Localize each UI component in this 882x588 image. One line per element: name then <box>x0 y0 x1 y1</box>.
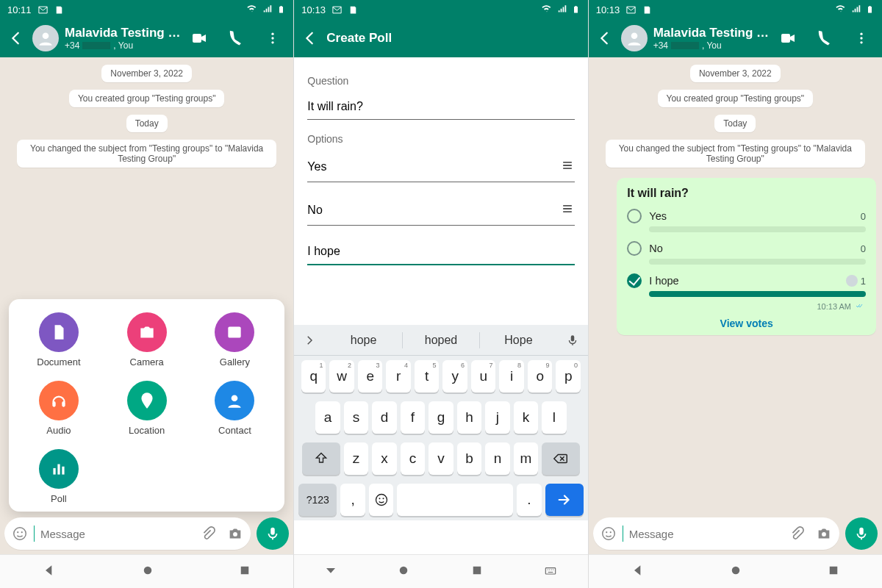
message-input[interactable] <box>629 528 782 540</box>
key-r[interactable]: r4 <box>386 360 411 392</box>
key-p[interactable]: p0 <box>556 360 581 392</box>
comma-key[interactable]: , <box>340 484 365 516</box>
nav-back[interactable] <box>631 563 645 581</box>
mic-button[interactable] <box>257 517 289 550</box>
option-field-1[interactable] <box>307 196 574 226</box>
key-a[interactable]: a <box>315 401 340 434</box>
key-s[interactable]: s <box>344 401 369 434</box>
emoji-icon[interactable] <box>600 526 617 542</box>
expand-suggestions[interactable] <box>294 334 325 347</box>
attach-contact[interactable]: Contact <box>191 381 279 436</box>
drag-handle-icon[interactable] <box>560 158 575 176</box>
poll-radio[interactable] <box>627 241 642 256</box>
option-input[interactable] <box>307 245 574 258</box>
attach-location[interactable]: Location <box>103 381 191 436</box>
back-button[interactable] <box>6 28 26 49</box>
save-icon <box>348 5 358 15</box>
more-button[interactable] <box>262 28 283 49</box>
option-input[interactable] <box>307 160 559 173</box>
key-f[interactable]: f <box>401 401 426 434</box>
option-input[interactable] <box>307 204 559 217</box>
suggestion-2[interactable]: hoped <box>403 334 479 347</box>
message-field[interactable] <box>4 517 251 550</box>
poll-option-1[interactable]: No 0 <box>627 241 866 256</box>
poll-option-0[interactable]: Yes 0 <box>627 209 866 223</box>
key-c[interactable]: c <box>401 442 426 475</box>
more-button[interactable] <box>851 28 872 49</box>
nav-recent[interactable] <box>470 564 484 580</box>
key-u[interactable]: u7 <box>471 360 496 392</box>
attach-gallery[interactable]: Gallery <box>191 312 279 368</box>
backspace-key[interactable] <box>542 442 580 475</box>
key-m[interactable]: m <box>514 442 539 475</box>
emoji-key[interactable] <box>369 484 394 516</box>
key-o[interactable]: o9 <box>528 360 553 392</box>
back-button[interactable] <box>595 28 615 49</box>
key-g[interactable]: g <box>429 401 453 434</box>
question-field[interactable] <box>307 94 574 120</box>
key-y[interactable]: y6 <box>442 360 467 392</box>
enter-key[interactable] <box>545 484 584 516</box>
appbar-titles[interactable]: Malavida Testing Group +34, You <box>65 26 183 51</box>
voice-call-button[interactable] <box>814 28 835 49</box>
appbar-titles[interactable]: Malavida Testing Group +34, You <box>653 26 772 51</box>
nav-home[interactable] <box>397 564 410 580</box>
message-field[interactable] <box>593 517 839 550</box>
poll-radio[interactable] <box>627 209 642 223</box>
poll-radio[interactable] <box>627 273 642 288</box>
question-input[interactable] <box>307 100 574 113</box>
shift-key[interactable] <box>302 442 340 475</box>
view-votes-button[interactable]: View votes <box>627 318 866 329</box>
key-j[interactable]: j <box>485 401 510 434</box>
key-z[interactable]: z <box>344 442 369 475</box>
emoji-icon[interactable] <box>12 526 28 542</box>
option-field-0[interactable] <box>307 152 574 182</box>
nav-recent[interactable] <box>827 564 840 580</box>
nav-back-down[interactable] <box>324 564 337 580</box>
key-d[interactable]: d <box>372 401 397 434</box>
group-avatar[interactable] <box>32 25 59 51</box>
poll-option-2[interactable]: I hope 1 <box>627 273 866 288</box>
key-b[interactable]: b <box>457 442 482 475</box>
nav-back[interactable] <box>42 563 57 581</box>
camera-icon[interactable] <box>227 526 243 542</box>
period-key[interactable]: . <box>517 484 542 516</box>
key-w[interactable]: w2 <box>329 360 354 392</box>
voice-input-icon[interactable] <box>557 334 588 347</box>
suggestion-1[interactable]: hope <box>325 334 401 347</box>
key-l[interactable]: l <box>542 401 567 434</box>
back-button[interactable] <box>300 28 320 49</box>
suggestion-3[interactable]: Hope <box>480 334 556 347</box>
attach-audio[interactable]: Audio <box>15 381 103 436</box>
attach-camera[interactable]: Camera <box>103 312 191 368</box>
mic-button[interactable] <box>845 517 878 550</box>
key-q[interactable]: q1 <box>301 360 326 392</box>
key-k[interactable]: k <box>514 401 539 434</box>
key-n[interactable]: n <box>485 442 510 475</box>
nav-recent[interactable] <box>238 564 251 580</box>
option-field-2[interactable] <box>307 239 574 265</box>
poll-message[interactable]: It will rain? Yes 0 No 0 I hope 1 10:13 … <box>617 178 876 335</box>
attach-poll[interactable]: Poll <box>15 449 103 504</box>
message-input[interactable] <box>40 528 193 540</box>
key-x[interactable]: x <box>372 442 397 475</box>
video-call-button[interactable] <box>778 28 798 49</box>
voice-call-button[interactable] <box>226 28 246 49</box>
symbols-key[interactable]: ?123 <box>298 484 337 516</box>
key-i[interactable]: i8 <box>499 360 524 392</box>
key-h[interactable]: h <box>457 401 482 434</box>
key-e[interactable]: e3 <box>358 360 383 392</box>
nav-keyboard[interactable] <box>543 563 558 581</box>
nav-home[interactable] <box>729 564 742 580</box>
attach-doc[interactable]: Document <box>15 312 103 368</box>
attach-icon[interactable] <box>199 526 215 542</box>
key-t[interactable]: t5 <box>415 360 440 392</box>
key-v[interactable]: v <box>429 442 453 475</box>
attach-icon[interactable] <box>788 526 804 542</box>
group-avatar[interactable] <box>621 25 648 51</box>
camera-icon[interactable] <box>816 526 832 542</box>
space-key[interactable] <box>397 484 513 516</box>
video-call-button[interactable] <box>189 28 209 49</box>
drag-handle-icon[interactable] <box>560 201 575 219</box>
nav-home[interactable] <box>141 564 154 580</box>
